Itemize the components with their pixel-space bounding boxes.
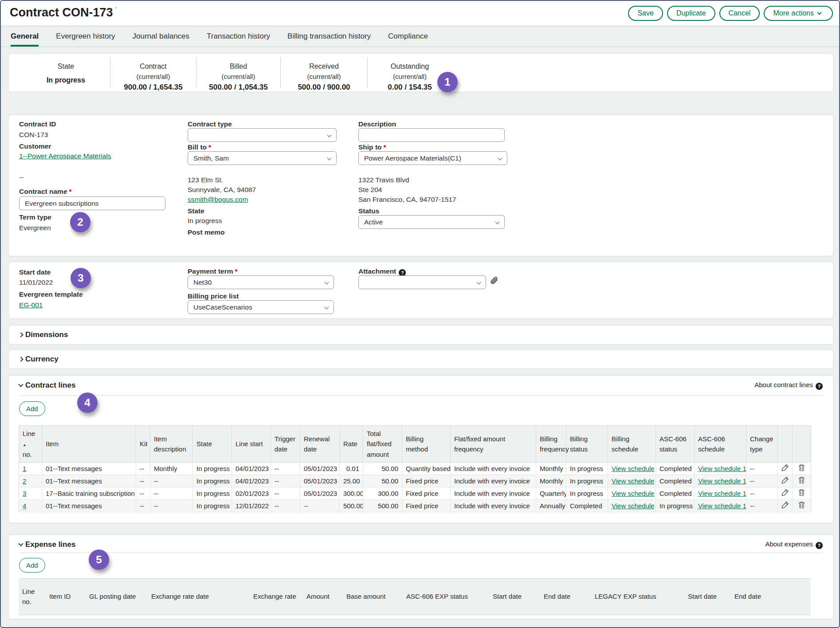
cell-billing-status: In progress [566,475,608,487]
contract-info-panel: Contract ID CON-173 Customer 1--Power Ae… [8,114,834,256]
contract-type-select[interactable] [188,128,337,142]
asc-606-schedule-link[interactable]: View schedule 1 [698,502,746,510]
cell-delete [793,462,811,475]
divider [19,395,823,396]
tab-evergreen-history[interactable]: Evergreen history [56,26,115,47]
cell-renewal-date: -- [300,499,340,512]
ship-to-select[interactable]: Power Aerospace Materials(C1) [358,151,507,165]
ship-address-line2: Ste 204 [358,186,382,194]
help-icon[interactable]: ? [816,542,823,549]
stat-state-label: State [22,63,110,71]
evergreen-template-link[interactable]: EG-001 [19,301,43,309]
duplicate-button[interactable]: Duplicate [667,6,715,21]
cell-item-description: -- [150,487,193,499]
stat-contract: Contract (current/all) 900.00 / 1,654.35 [110,54,196,92]
add-contract-line-button[interactable]: Add [19,401,45,416]
cell-line-no: 3 [19,487,42,499]
delete-icon[interactable] [798,501,805,510]
tab-bar: General Evergreen history Journal balanc… [1,26,839,47]
customer-link[interactable]: 1--Power Aerospace Materials [19,152,111,160]
annotation-badge-1: 1 [437,72,458,92]
billing-schedule-link[interactable]: View schedule [612,465,654,472]
start-date-value: 11/01/2022 [19,279,53,287]
edit-icon[interactable] [781,476,789,485]
asc-606-schedule-link[interactable]: View schedule 1 [698,465,746,472]
cell-billing-method: Fixed price [402,475,451,487]
billing-schedule-link[interactable]: View schedule [612,490,654,497]
start-date-label: Start date [19,268,51,276]
expense-lines-toggle[interactable]: Expense lines [19,540,75,549]
edit-icon[interactable] [781,501,789,510]
col-base-amount: Base amount [343,579,403,615]
cell-line-start: 04/01/2023 [232,475,271,487]
dimensions-section[interactable]: Dimensions [8,325,834,345]
billing-schedule-link[interactable]: View schedule [612,477,654,485]
expense-lines-title: Expense lines [25,540,75,549]
bill-email-link[interactable]: ssmith@bogus.com [188,196,248,204]
help-icon[interactable]: ? [816,383,823,390]
stat-billed: Billed (current/all) 500.00 / 1,054.35 [196,54,280,92]
chevron-down-icon [495,220,500,224]
cell-billing-method: Fixed price [402,499,451,512]
col-asc-606-exp-status: ASC-606 EXP status [403,579,489,615]
cell-billing-method: Quantity based [402,462,451,475]
more-actions-button[interactable]: More actions [764,6,833,21]
contract-lines-table: Line ▲no.ItemKitItem descriptionStateLin… [19,425,811,512]
bill-to-select[interactable]: Smith, Sam [188,151,337,165]
cell-line-no: 2 [19,475,42,487]
cell-line-start: 02/01/2023 [232,487,271,499]
edit-icon[interactable] [781,489,789,498]
currency-section[interactable]: Currency [8,349,834,369]
delete-icon[interactable] [798,476,805,485]
delete-icon[interactable] [798,464,805,473]
line-no-link[interactable]: 4 [23,502,26,510]
billing-price-list-select[interactable]: UseCaseScenarios [188,300,334,314]
attachment-select[interactable] [358,275,486,289]
tab-journal-balances[interactable]: Journal balances [133,26,190,47]
required-asterisk: * [235,267,238,275]
summary-panel: State In progress Contract (current/all)… [8,53,834,92]
line-no-link[interactable]: 3 [23,490,26,497]
cell-flat-fixed-amount-frequency: Include with every invoice [451,462,536,475]
paperclip-icon[interactable] [490,277,500,289]
cell-line-no: 4 [19,499,42,512]
add-expense-line-button[interactable]: Add [19,558,45,573]
sort-asc-icon: ▲ [23,443,27,447]
chevron-down-icon [325,280,329,285]
state-value: In progress [188,217,222,225]
edit-icon[interactable] [781,464,789,473]
contract-lines-toggle[interactable]: Contract lines [19,381,75,390]
asc-606-schedule-link[interactable]: View schedule 1 [698,477,746,485]
cell-line-no: 1 [19,462,42,475]
col-exchange-rate: Exchange rate [250,579,303,615]
tab-billing-transaction-history[interactable]: Billing transaction history [287,26,371,47]
line-no-link[interactable]: 2 [23,477,26,485]
status-select[interactable]: Active [358,215,505,229]
cell-state: In progress [193,499,232,512]
cell-billing-status: Completed [566,499,608,512]
expense-lines-section: Expense lines About expenses? Add Line n… [8,534,834,620]
cell-kit: -- [136,487,150,499]
cancel-button[interactable]: Cancel [719,6,760,21]
cell-state: In progress [193,462,232,475]
billing-schedule-link[interactable]: View schedule [612,502,654,510]
payment-term-select[interactable]: Net30 [188,275,334,289]
cell-billing-schedule: View schedule [608,499,656,512]
cell-billing-status: In progress [566,462,608,475]
line-no-link[interactable]: 1 [23,465,26,472]
description-input[interactable] [358,128,505,142]
tab-compliance[interactable]: Compliance [388,26,428,47]
save-button[interactable]: Save [628,6,663,21]
stat-state: State In progress [22,54,110,92]
tab-general[interactable]: General [11,26,39,47]
contract-name-input[interactable] [19,196,165,210]
cell-total-flat-fixed-amount: 300.00 [363,487,402,499]
col-line-no[interactable]: Line ▲no. [19,426,42,463]
tab-transaction-history[interactable]: Transaction history [207,26,270,47]
chevron-down-icon [18,541,23,546]
cell-kit: -- [136,499,150,512]
asc-606-schedule-link[interactable]: View schedule 1 [698,490,746,497]
cell-item: 01--Text messages [42,462,136,475]
cell-item-description: -- [150,499,193,512]
delete-icon[interactable] [798,489,805,498]
